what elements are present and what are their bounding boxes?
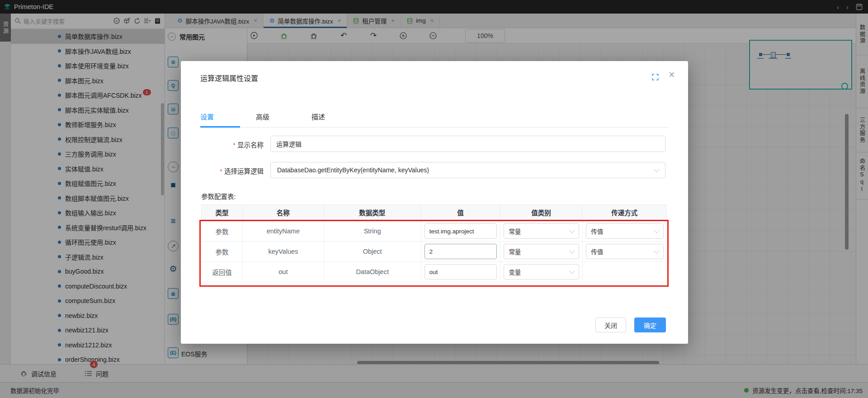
table-cell: 常量 [500, 221, 582, 241]
table-header-cell: 传递方式 [582, 205, 666, 219]
table-header-cell: 值 [420, 205, 500, 219]
table-cell: out [242, 262, 324, 282]
chevron-down-icon [654, 248, 660, 254]
confirm-button[interactable]: 确定 [634, 317, 666, 332]
close-icon[interactable]: × [669, 70, 675, 80]
value-kind-select[interactable]: 变量 [504, 264, 579, 280]
required-asterisk: * [233, 142, 236, 149]
dialog-title: 运算逻辑属性设置 [200, 72, 258, 83]
display-name-input[interactable] [270, 136, 665, 152]
table-cell: 参数 [202, 242, 242, 261]
dialog-tabs: 设置高级描述 [200, 112, 325, 121]
param-table: 类型名称数据类型值值类别传递方式 参数entityNameString常量传值参… [201, 204, 667, 287]
table-header-cell: 名称 [242, 205, 324, 219]
chevron-down-icon [654, 227, 660, 233]
fullscreen-icon[interactable] [652, 74, 659, 81]
logic-properties-dialog: 运算逻辑属性设置 × 设置高级描述 *显示名称 *选择运算逻辑 Database… [181, 61, 688, 344]
chevron-down-icon [569, 227, 575, 233]
active-tab-underline [200, 126, 240, 128]
pass-mode-select[interactable]: 传值 [586, 223, 664, 239]
table-cell [421, 262, 500, 282]
value-input[interactable] [425, 244, 497, 259]
table-header-cell: 类型 [202, 205, 242, 219]
table-cell: 返回值 [202, 262, 242, 282]
table-cell [421, 242, 500, 261]
value-input[interactable] [425, 223, 497, 239]
value-kind-text: 常量 [509, 227, 521, 236]
chevron-down-icon [569, 248, 575, 254]
chevron-down-icon [569, 268, 575, 274]
table-cell: keyValues [242, 242, 324, 261]
table-cell [421, 221, 500, 241]
pass-mode-text: 传值 [591, 247, 603, 256]
required-asterisk: * [220, 168, 222, 175]
display-name-label: *显示名称 [181, 140, 264, 149]
close-button[interactable]: 关闭 [595, 317, 626, 332]
param-table-body-highlight: 参数entityNameString常量传值参数keyValuesObject常… [199, 220, 669, 287]
value-kind-select[interactable]: 常量 [504, 223, 579, 239]
param-table-label: 参数配置表: [201, 191, 236, 201]
chevron-down-icon [654, 166, 660, 172]
tabs-divider [200, 127, 669, 128]
primeton-ide-window: Primeton-IDE ‹ › 资源 输入关键字搜索 AI [0, 0, 868, 398]
value-kind-text: 变量 [509, 267, 521, 276]
table-row: 参数keyValuesObject常量传值 [202, 242, 667, 262]
table-cell: String [324, 221, 421, 241]
logic-select-label: *选择运算逻辑 [181, 166, 264, 175]
table-cell: DataObject [324, 262, 421, 282]
table-cell: Object [324, 242, 421, 261]
param-table-header: 类型名称数据类型值值类别传递方式 [201, 204, 667, 220]
pass-mode-select[interactable]: 传值 [586, 244, 664, 259]
value-input[interactable] [425, 264, 497, 280]
logic-select[interactable]: DatabaseDao.getEntityByKey(entityName, k… [270, 162, 665, 178]
table-cell: 变量 [500, 262, 582, 282]
dialog-tab[interactable]: 设置 [200, 112, 214, 121]
table-cell: entityName [242, 221, 324, 241]
dialog-tab[interactable]: 高级 [256, 112, 269, 121]
table-header-cell: 数据类型 [324, 205, 421, 219]
table-cell: 传值 [582, 242, 667, 261]
dialog-tab[interactable]: 描述 [311, 112, 325, 121]
table-cell [582, 262, 667, 282]
table-cell: 参数 [202, 221, 242, 241]
pass-mode-text: 传值 [591, 227, 603, 236]
table-cell: 传值 [582, 221, 667, 241]
table-row: 返回值outDataObject变量 [202, 262, 667, 282]
value-kind-text: 常量 [509, 247, 521, 256]
value-kind-select[interactable]: 常量 [504, 244, 579, 259]
table-cell: 常量 [500, 242, 582, 261]
table-header-cell: 值类别 [500, 205, 582, 219]
table-row: 参数entityNameString常量传值 [202, 221, 667, 242]
